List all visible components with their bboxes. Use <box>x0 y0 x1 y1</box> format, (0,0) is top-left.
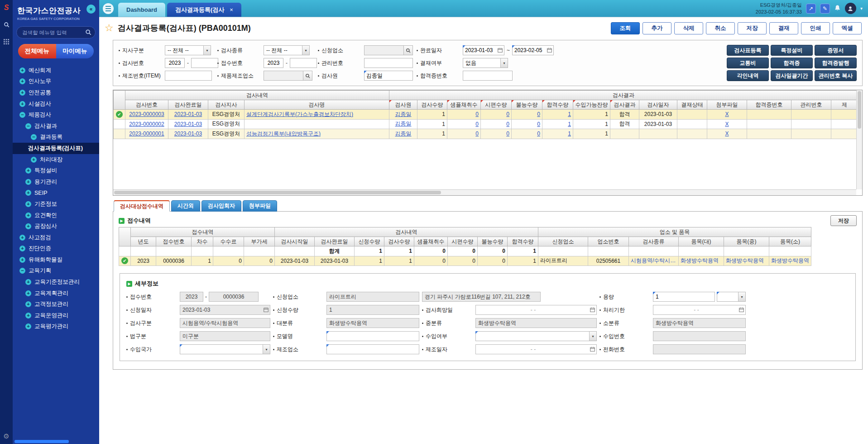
sidebar-item-예산회계[interactable]: +예산회계 <box>13 65 99 76</box>
rail-apps-grid-icon[interactable] <box>4 39 10 46</box>
cell-link[interactable]: 0 <box>506 121 509 127</box>
calendar-icon[interactable] <box>590 347 595 353</box>
user-menu-chevron-down-icon[interactable]: ▾ <box>860 6 863 11</box>
calendar-icon[interactable] <box>547 48 552 54</box>
applicant-business-input[interactable] <box>364 45 404 55</box>
hope-date-input[interactable] <box>475 305 597 315</box>
filter-button-검사표등록[interactable]: 검사표등록 <box>727 45 769 56</box>
receipt-save-button[interactable]: 저장 <box>830 215 857 226</box>
cell-link[interactable]: 0 <box>506 130 509 137</box>
row-select-cell[interactable]: ✔ <box>114 110 125 120</box>
action-button-취소[interactable]: 취소 <box>706 22 735 34</box>
capacity-unit-select[interactable]: ▾ <box>717 292 746 302</box>
deadline-input[interactable] <box>653 305 746 315</box>
sidebar-item-고객정보관리[interactable]: +고객정보관리 <box>13 299 99 310</box>
management-no-input[interactable] <box>364 58 413 68</box>
expand-icon[interactable]: + <box>19 235 25 241</box>
column-header-샘플채취수[interactable]: 샘플채취수 <box>414 237 448 246</box>
column-header-결재상태[interactable]: 결재상태 <box>677 100 707 110</box>
cell-link[interactable]: 0 <box>475 121 479 127</box>
collapse-icon[interactable]: − <box>19 268 25 274</box>
expand-icon[interactable]: + <box>25 323 31 329</box>
cell-link[interactable]: X <box>725 121 729 127</box>
expand-icon[interactable]: + <box>25 223 31 229</box>
expand-icon[interactable]: + <box>25 168 31 174</box>
column-header-검사번호[interactable]: 검사번호 <box>125 100 168 110</box>
sidebar-item-진단인증[interactable]: +진단인증 <box>13 243 99 255</box>
column-header-검사일자[interactable]: 검사일자 <box>639 100 677 110</box>
tab-Dashboard[interactable]: Dashboard <box>118 3 165 17</box>
collapse-icon[interactable]: − <box>31 134 37 140</box>
action-button-결재[interactable]: 결재 <box>769 22 798 34</box>
expand-icon[interactable]: + <box>25 179 31 185</box>
cell-link[interactable]: 1 <box>568 111 571 117</box>
column-header-검사결과[interactable]: 검사결과 <box>610 100 639 110</box>
column-header-부가세[interactable]: 부가세 <box>244 237 275 246</box>
sidebar-item-유해화학물질[interactable]: +유해화학물질 <box>13 254 99 265</box>
cell-link[interactable]: 김종일 <box>395 121 412 127</box>
column-header-시편수량[interactable]: 시편수량 <box>448 237 478 246</box>
sidebar-collapse-button[interactable]: « <box>86 5 96 14</box>
menu-search-input[interactable] <box>16 26 96 39</box>
expand-icon[interactable]: + <box>19 78 25 84</box>
column-header-검사완료일[interactable]: 검사완료일 <box>168 100 208 110</box>
sidebar-item-요건확인[interactable]: +요건확인 <box>13 210 99 221</box>
action-button-추가[interactable]: 추가 <box>643 22 671 34</box>
product-maker-input[interactable] <box>264 71 303 81</box>
expand-icon[interactable]: + <box>25 212 31 218</box>
sidebar-item-교육기준정보관리[interactable]: +교육기준정보관리 <box>13 276 99 288</box>
cell-link[interactable]: 성능검정기록부(내압방폭구조) <box>246 130 321 137</box>
cell-link[interactable]: 2023-01-03 <box>174 130 202 137</box>
sidebar-horizontal-scrollbar[interactable] <box>14 440 69 443</box>
cell-link[interactable]: 김종일 <box>395 130 412 137</box>
search-icon[interactable] <box>404 45 413 55</box>
column-header-검사종류[interactable]: 검사종류 <box>629 237 679 246</box>
sidebar-item-SEIP[interactable]: +SEIP <box>13 188 99 199</box>
grid-vertical-scrollbar[interactable] <box>856 90 862 189</box>
expand-icon[interactable]: + <box>19 101 25 107</box>
expand-icon[interactable]: + <box>25 190 31 196</box>
column-header-신청수량[interactable]: 신청수량 <box>355 237 384 246</box>
column-header-검사명[interactable]: 검사명 <box>245 100 389 110</box>
action-button-조회[interactable]: 조회 <box>611 22 640 34</box>
cell-link[interactable]: 0 <box>506 111 509 117</box>
expand-icon[interactable]: + <box>25 301 31 307</box>
receipt-no-year-input[interactable] <box>264 58 283 68</box>
cell-link[interactable]: X <box>725 130 729 137</box>
menu-search-icon[interactable] <box>85 29 91 37</box>
item-manufacture-no-input[interactable] <box>165 71 212 81</box>
sidebar-item-특정설비[interactable]: +특정설비 <box>13 165 99 176</box>
column-header-검사수량[interactable]: 검사수량 <box>417 100 447 110</box>
summary-row[interactable]: 합계110001 <box>119 246 811 256</box>
cell-link[interactable]: 0 <box>537 130 540 137</box>
external-link-icon[interactable]: ↗ <box>806 4 816 14</box>
expand-icon[interactable]: + <box>25 201 31 207</box>
column-header-관리번호[interactable]: 관리번호 <box>791 100 831 110</box>
filter-button-증명서[interactable]: 증명서 <box>815 45 857 56</box>
table-row[interactable]: 2023-00000022023-01-03ESG경영처김종일100011합격2… <box>114 119 858 129</box>
expand-icon[interactable]: + <box>19 246 25 251</box>
import-yn-select[interactable]: ▾ <box>475 331 597 341</box>
edit-icon[interactable]: ✎ <box>820 4 830 14</box>
row-select-cell[interactable]: ✔ <box>119 256 131 266</box>
action-button-인쇄[interactable]: 인쇄 <box>801 22 830 34</box>
row-select-cell[interactable] <box>114 119 125 129</box>
sidebar-item-교육운영관리[interactable]: +교육운영관리 <box>13 310 99 321</box>
inspection-kind-select[interactable]: -- 전체 --▾ <box>264 45 310 55</box>
column-header-합격증번호[interactable]: 합격증번호 <box>747 100 791 110</box>
mfg-date-input[interactable] <box>475 344 597 354</box>
column-header-불능수량[interactable]: 불능수량 <box>478 237 508 246</box>
sidebar-item-사고점검[interactable]: +사고점검 <box>13 232 99 243</box>
calendar-icon[interactable] <box>498 48 503 54</box>
collapse-icon[interactable]: − <box>19 112 25 118</box>
action-button-엑셀[interactable]: 엑셀 <box>833 22 862 34</box>
all-menu-button[interactable]: 전체메뉴 <box>18 44 56 58</box>
column-header-검사수량[interactable]: 검사수량 <box>384 237 414 246</box>
lower-tab-검사입회자[interactable]: 검사입회자 <box>201 200 241 212</box>
column-header-년도[interactable]: 년도 <box>131 237 156 246</box>
approval-status-select[interactable]: 없음▾ <box>463 58 508 68</box>
sidebar-item-교육계획관리[interactable]: +교육계획관리 <box>13 288 99 299</box>
cell-link[interactable]: 0 <box>537 111 540 117</box>
calendar-icon[interactable] <box>264 307 269 314</box>
sidebar-item-인사노무[interactable]: +인사노무 <box>13 76 99 87</box>
